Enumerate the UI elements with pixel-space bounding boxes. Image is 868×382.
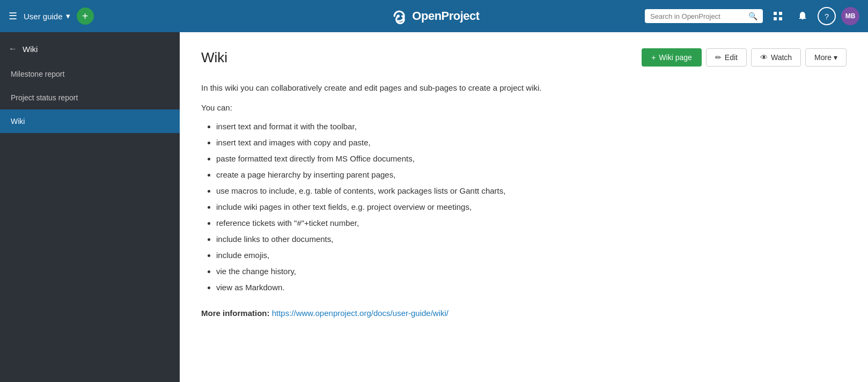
more-label: More	[814, 53, 832, 62]
header-actions: + Wiki page ✏ Edit 👁 Watch More ▾	[642, 48, 847, 67]
sidebar-title: Wiki	[23, 45, 38, 54]
watch-button[interactable]: 👁 Watch	[751, 48, 801, 67]
nav-left: ☰ User guide ▾ +	[9, 8, 94, 25]
list-item: vie the change history,	[216, 263, 847, 280]
watch-label: Watch	[771, 53, 792, 62]
help-button[interactable]: ?	[818, 7, 836, 25]
list-item: create a page hierarchy by inserting par…	[216, 167, 847, 183]
search-input[interactable]	[650, 12, 745, 20]
chevron-down-icon: ▾	[834, 53, 837, 62]
nav-right: 🔍 ? MB	[645, 6, 859, 26]
logo-text: OpenProject	[412, 9, 479, 23]
svg-rect-4	[779, 17, 782, 20]
more-button[interactable]: More ▾	[805, 48, 847, 67]
project-name[interactable]: User guide ▾	[24, 11, 70, 21]
search-box[interactable]: 🔍	[645, 9, 763, 23]
nav-center: OpenProject	[388, 6, 479, 26]
help-icon: ?	[825, 12, 829, 21]
list-item: include wiki pages in other text fields,…	[216, 199, 847, 215]
add-button[interactable]: +	[77, 8, 94, 25]
sidebar-item-milestone-report[interactable]: Milestone report	[0, 62, 180, 86]
page-title: Wiki	[201, 49, 227, 66]
modules-button[interactable]	[768, 6, 788, 26]
list-item: insert text and format it with the toolb…	[216, 119, 847, 135]
more-info-link[interactable]: https://www.openproject.org/docs/user-gu…	[272, 308, 448, 318]
sidebar: ← Wiki Milestone report Project status r…	[0, 32, 180, 382]
edit-button[interactable]: ✏ Edit	[706, 48, 747, 67]
pencil-icon: ✏	[715, 53, 722, 62]
hamburger-icon[interactable]: ☰	[9, 10, 17, 22]
list-item: insert text and images with copy and pas…	[216, 135, 847, 151]
sidebar-back-button[interactable]: ←	[9, 44, 17, 54]
plus-icon: +	[651, 53, 656, 62]
more-info-label: More information:	[201, 308, 270, 318]
list-item: view as Markdown.	[216, 280, 847, 296]
list-item: include emojis,	[216, 247, 847, 263]
svg-rect-3	[774, 17, 777, 20]
sidebar-item-wiki[interactable]: Wiki	[0, 109, 180, 133]
list-item: use macros to include, e.g. table of con…	[216, 183, 847, 199]
main-content: Wiki + Wiki page ✏ Edit 👁 Watch More ▾	[180, 32, 868, 382]
svg-rect-1	[774, 12, 777, 15]
more-info-text: More information: https://www.openprojec…	[201, 308, 847, 318]
sidebar-header: ← Wiki	[0, 38, 180, 62]
user-avatar[interactable]: MB	[841, 7, 859, 25]
grid-icon	[773, 11, 783, 21]
list-item: paste formatted text directly from MS Of…	[216, 151, 847, 167]
wiki-features-list: insert text and format it with the toolb…	[201, 119, 847, 296]
openproject-logo-icon	[388, 6, 408, 26]
list-item: reference tickets with "#"+ticket number…	[216, 215, 847, 231]
wiki-page-label: Wiki page	[659, 53, 692, 62]
sidebar-item-project-status-report[interactable]: Project status report	[0, 86, 180, 109]
edit-label: Edit	[725, 53, 738, 62]
page-header: Wiki + Wiki page ✏ Edit 👁 Watch More ▾	[201, 48, 847, 67]
add-wiki-page-button[interactable]: + Wiki page	[642, 48, 702, 67]
svg-rect-2	[779, 12, 782, 15]
main-layout: ← Wiki Milestone report Project status r…	[0, 32, 868, 382]
wiki-intro-text: In this wiki you can collaboratively cre…	[201, 82, 847, 94]
bell-icon	[797, 11, 808, 21]
top-navigation: ☰ User guide ▾ + OpenProject 🔍	[0, 0, 868, 32]
search-icon: 🔍	[748, 12, 757, 20]
avatar-initials: MB	[845, 12, 856, 20]
notifications-button[interactable]	[793, 6, 812, 26]
eye-icon: 👁	[760, 53, 768, 62]
project-name-label: User guide	[24, 12, 63, 21]
svg-point-0	[397, 14, 400, 17]
chevron-down-icon: ▾	[66, 11, 70, 21]
list-item: include links to other documents,	[216, 231, 847, 247]
wiki-youcan-text: You can:	[201, 103, 847, 112]
